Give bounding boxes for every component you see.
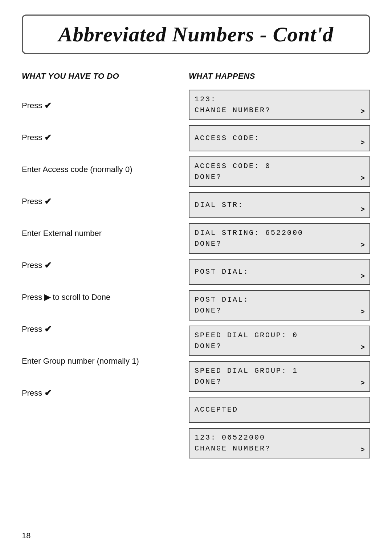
checkmark-icon-8: ✔ [44,324,52,334]
lcd-arrow-5: > [360,241,366,249]
press-label-4: Press [22,197,42,206]
left-column: WHAT YOU HAVE TO DO Press ✔ Press ✔ Ente… [22,72,174,441]
lcd-line-1-1: 123: [195,94,364,105]
lcd-line-8-1: SPEED DIAL GROUP: 0 [195,330,364,341]
lcd-line-11-1: 123: 06522000 [195,432,364,443]
lcd-screen-1: 123: CHANGE NUMBER? > [189,90,370,120]
title-box: Abbreviated Numbers - Cont'd [22,15,370,54]
lcd-screen-3: ACCESS CODE: 0 DONE? > [189,156,370,187]
page-number: 18 [22,531,30,540]
left-row-4: Press ✔ [22,185,174,217]
lcd-arrow-9: > [360,379,366,387]
left-row-7: Press ▶ to scroll to Done [22,281,174,313]
enter-external-number-label: Enter External number [22,229,102,238]
lcd-line-3-2: DONE? [195,172,364,183]
checkmark-icon-2: ✔ [44,132,52,143]
lcd-screen-8: SPEED DIAL GROUP: 0 DONE? > [189,326,370,356]
lcd-arrow-8: > [360,343,366,352]
lcd-arrow-7: > [360,308,366,316]
lcd-screen-5: DIAL STRING: 6522000 DONE? > [189,223,370,254]
lcd-arrow-6: > [360,272,366,281]
press-label-10: Press [22,388,42,398]
page-title: Abbreviated Numbers - Cont'd [58,23,334,46]
checkmark-icon-6: ✔ [44,260,52,270]
left-row-11 [22,409,174,441]
press-label-8: Press [22,325,42,334]
left-row-3: Enter Access code (normally 0) [22,154,174,185]
lcd-screen-2: ACCESS CODE: > [189,125,370,151]
checkmark-icon-10: ✔ [44,388,52,398]
lcd-line-1-2: CHANGE NUMBER? [195,105,364,116]
lcd-line-10-1: ACCEPTED [195,404,364,415]
lcd-line-6-1: POST DIAL: [195,266,364,277]
right-column: WHAT HAPPENS 123: CHANGE NUMBER? > ACCES… [189,72,370,464]
lcd-screen-6: POST DIAL: > [189,259,370,285]
lcd-line-9-2: DONE? [195,376,364,387]
lcd-line-9-1: SPEED DIAL GROUP: 1 [195,366,364,376]
press-label-6: Press [22,261,42,270]
lcd-screen-9: SPEED DIAL GROUP: 1 DONE? > [189,361,370,392]
lcd-arrow-4: > [360,205,366,214]
enter-access-code-label: Enter Access code (normally 0) [22,165,132,174]
lcd-line-2-1: ACCESS CODE: [195,133,364,144]
lcd-line-5-2: DONE? [195,238,364,249]
left-row-5: Enter External number [22,217,174,249]
left-row-6: Press ✔ [22,249,174,281]
lcd-arrow-11: > [360,446,366,454]
enter-group-number-label: Enter Group number (normally 1) [22,356,139,366]
left-row-1: Press ✔ [22,90,174,122]
lcd-screen-4: DIAL STR: > [189,192,370,218]
left-column-header: WHAT YOU HAVE TO DO [22,72,174,81]
checkmark-icon-1: ✔ [44,101,52,111]
press-label-2: Press [22,133,42,142]
lcd-arrow-2: > [360,139,366,147]
lcd-screen-10: ACCEPTED [189,397,370,423]
lcd-screen-11: 123: 06522000 CHANGE NUMBER? > [189,428,370,458]
right-arrow-icon: ▶ [44,293,50,302]
lcd-line-11-2: CHANGE NUMBER? [195,443,364,454]
lcd-arrow-1: > [360,107,366,116]
left-row-9: Enter Group number (normally 1) [22,345,174,377]
lcd-arrow-3: > [360,174,366,183]
press-arrow-label: Press [22,293,42,302]
lcd-line-8-2: DONE? [195,341,364,352]
left-row-8: Press ✔ [22,313,174,345]
lcd-line-3-1: ACCESS CODE: 0 [195,161,364,172]
press-label-1: Press [22,101,42,110]
lcd-line-7-1: POST DIAL: [195,294,364,305]
right-column-header: WHAT HAPPENS [189,72,370,81]
lcd-line-5-1: DIAL STRING: 6522000 [195,228,364,238]
left-row-2: Press ✔ [22,122,174,154]
left-row-10: Press ✔ [22,377,174,409]
lcd-line-7-2: DONE? [195,305,364,316]
lcd-line-4-1: DIAL STR: [195,200,364,211]
scroll-to-done-label: to scroll to Done [50,293,110,302]
lcd-screen-7: POST DIAL: DONE? > [189,290,370,321]
checkmark-icon-4: ✔ [44,196,52,207]
